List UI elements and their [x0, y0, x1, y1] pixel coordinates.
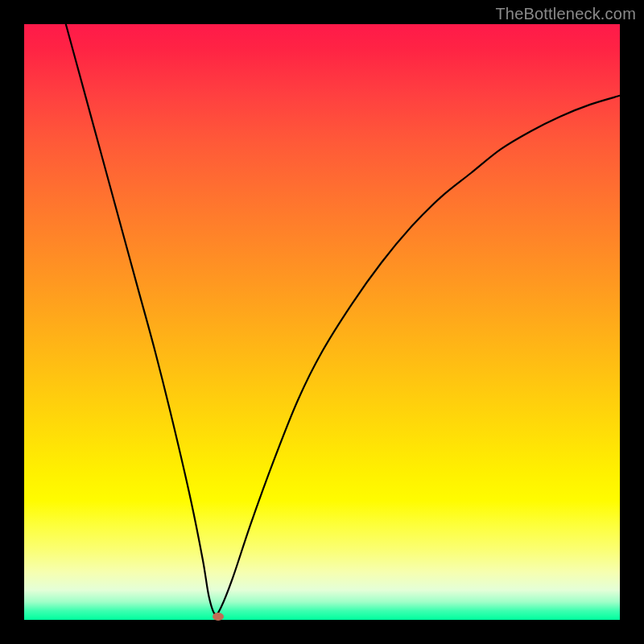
plot-area	[24, 24, 620, 620]
curve-svg	[24, 24, 620, 620]
chart-container: TheBottleneck.com	[0, 0, 644, 644]
minimum-marker	[213, 613, 224, 621]
watermark-text: TheBottleneck.com	[495, 5, 636, 23]
bottleneck-curve	[66, 24, 620, 615]
